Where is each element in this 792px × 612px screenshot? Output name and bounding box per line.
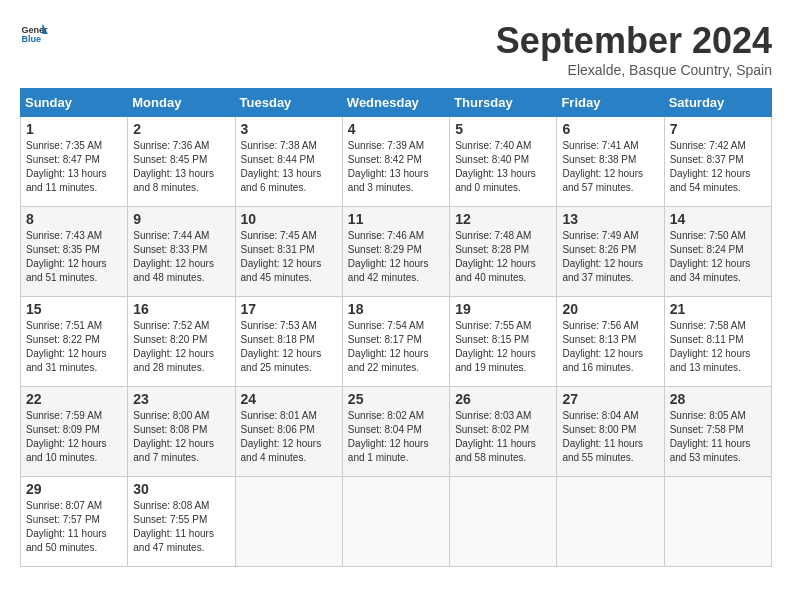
day-number: 23 xyxy=(133,391,229,407)
day-info: Sunrise: 7:52 AM Sunset: 8:20 PM Dayligh… xyxy=(133,319,229,375)
day-number: 22 xyxy=(26,391,122,407)
day-info: Sunrise: 7:58 AM Sunset: 8:11 PM Dayligh… xyxy=(670,319,766,375)
day-number: 11 xyxy=(348,211,444,227)
day-cell: 19 Sunrise: 7:55 AM Sunset: 8:15 PM Dayl… xyxy=(450,297,557,387)
day-info: Sunrise: 7:44 AM Sunset: 8:33 PM Dayligh… xyxy=(133,229,229,285)
day-info: Sunrise: 7:43 AM Sunset: 8:35 PM Dayligh… xyxy=(26,229,122,285)
calendar-table: SundayMondayTuesdayWednesdayThursdayFrid… xyxy=(20,88,772,567)
day-cell: 1 Sunrise: 7:35 AM Sunset: 8:47 PM Dayli… xyxy=(21,117,128,207)
day-header-saturday: Saturday xyxy=(664,89,771,117)
day-number: 13 xyxy=(562,211,658,227)
day-number: 15 xyxy=(26,301,122,317)
day-info: Sunrise: 7:39 AM Sunset: 8:42 PM Dayligh… xyxy=(348,139,444,195)
day-info: Sunrise: 7:41 AM Sunset: 8:38 PM Dayligh… xyxy=(562,139,658,195)
day-info: Sunrise: 7:42 AM Sunset: 8:37 PM Dayligh… xyxy=(670,139,766,195)
day-info: Sunrise: 8:02 AM Sunset: 8:04 PM Dayligh… xyxy=(348,409,444,465)
day-number: 21 xyxy=(670,301,766,317)
day-number: 19 xyxy=(455,301,551,317)
day-number: 6 xyxy=(562,121,658,137)
day-cell: 30 Sunrise: 8:08 AM Sunset: 7:55 PM Dayl… xyxy=(128,477,235,567)
day-header-tuesday: Tuesday xyxy=(235,89,342,117)
day-info: Sunrise: 8:05 AM Sunset: 7:58 PM Dayligh… xyxy=(670,409,766,465)
day-info: Sunrise: 7:40 AM Sunset: 8:40 PM Dayligh… xyxy=(455,139,551,195)
day-number: 5 xyxy=(455,121,551,137)
day-info: Sunrise: 7:48 AM Sunset: 8:28 PM Dayligh… xyxy=(455,229,551,285)
day-cell: 28 Sunrise: 8:05 AM Sunset: 7:58 PM Dayl… xyxy=(664,387,771,477)
day-number: 29 xyxy=(26,481,122,497)
day-info: Sunrise: 7:55 AM Sunset: 8:15 PM Dayligh… xyxy=(455,319,551,375)
day-number: 3 xyxy=(241,121,337,137)
week-row-4: 22 Sunrise: 7:59 AM Sunset: 8:09 PM Dayl… xyxy=(21,387,772,477)
day-cell: 2 Sunrise: 7:36 AM Sunset: 8:45 PM Dayli… xyxy=(128,117,235,207)
day-cell: 3 Sunrise: 7:38 AM Sunset: 8:44 PM Dayli… xyxy=(235,117,342,207)
day-number: 24 xyxy=(241,391,337,407)
day-cell: 21 Sunrise: 7:58 AM Sunset: 8:11 PM Dayl… xyxy=(664,297,771,387)
day-cell: 15 Sunrise: 7:51 AM Sunset: 8:22 PM Dayl… xyxy=(21,297,128,387)
day-info: Sunrise: 7:36 AM Sunset: 8:45 PM Dayligh… xyxy=(133,139,229,195)
day-cell: 27 Sunrise: 8:04 AM Sunset: 8:00 PM Dayl… xyxy=(557,387,664,477)
day-header-thursday: Thursday xyxy=(450,89,557,117)
day-cell: 9 Sunrise: 7:44 AM Sunset: 8:33 PM Dayli… xyxy=(128,207,235,297)
day-info: Sunrise: 7:54 AM Sunset: 8:17 PM Dayligh… xyxy=(348,319,444,375)
week-row-2: 8 Sunrise: 7:43 AM Sunset: 8:35 PM Dayli… xyxy=(21,207,772,297)
logo: General Blue xyxy=(20,20,48,48)
title-block: September 2024 Elexalde, Basque Country,… xyxy=(496,20,772,78)
day-cell: 10 Sunrise: 7:45 AM Sunset: 8:31 PM Dayl… xyxy=(235,207,342,297)
day-cell: 18 Sunrise: 7:54 AM Sunset: 8:17 PM Dayl… xyxy=(342,297,449,387)
day-cell: 7 Sunrise: 7:42 AM Sunset: 8:37 PM Dayli… xyxy=(664,117,771,207)
week-row-5: 29 Sunrise: 8:07 AM Sunset: 7:57 PM Dayl… xyxy=(21,477,772,567)
day-cell: 8 Sunrise: 7:43 AM Sunset: 8:35 PM Dayli… xyxy=(21,207,128,297)
day-cell: 16 Sunrise: 7:52 AM Sunset: 8:20 PM Dayl… xyxy=(128,297,235,387)
week-row-1: 1 Sunrise: 7:35 AM Sunset: 8:47 PM Dayli… xyxy=(21,117,772,207)
day-cell: 4 Sunrise: 7:39 AM Sunset: 8:42 PM Dayli… xyxy=(342,117,449,207)
day-cell xyxy=(557,477,664,567)
day-info: Sunrise: 7:49 AM Sunset: 8:26 PM Dayligh… xyxy=(562,229,658,285)
day-number: 12 xyxy=(455,211,551,227)
day-info: Sunrise: 7:56 AM Sunset: 8:13 PM Dayligh… xyxy=(562,319,658,375)
day-number: 20 xyxy=(562,301,658,317)
day-number: 9 xyxy=(133,211,229,227)
day-info: Sunrise: 7:51 AM Sunset: 8:22 PM Dayligh… xyxy=(26,319,122,375)
day-number: 7 xyxy=(670,121,766,137)
day-info: Sunrise: 7:38 AM Sunset: 8:44 PM Dayligh… xyxy=(241,139,337,195)
week-row-3: 15 Sunrise: 7:51 AM Sunset: 8:22 PM Dayl… xyxy=(21,297,772,387)
day-number: 27 xyxy=(562,391,658,407)
day-cell: 14 Sunrise: 7:50 AM Sunset: 8:24 PM Dayl… xyxy=(664,207,771,297)
day-header-wednesday: Wednesday xyxy=(342,89,449,117)
location: Elexalde, Basque Country, Spain xyxy=(496,62,772,78)
day-info: Sunrise: 7:53 AM Sunset: 8:18 PM Dayligh… xyxy=(241,319,337,375)
day-number: 30 xyxy=(133,481,229,497)
day-cell: 5 Sunrise: 7:40 AM Sunset: 8:40 PM Dayli… xyxy=(450,117,557,207)
day-cell: 26 Sunrise: 8:03 AM Sunset: 8:02 PM Dayl… xyxy=(450,387,557,477)
day-cell xyxy=(235,477,342,567)
day-cell: 29 Sunrise: 8:07 AM Sunset: 7:57 PM Dayl… xyxy=(21,477,128,567)
day-cell xyxy=(342,477,449,567)
day-info: Sunrise: 7:35 AM Sunset: 8:47 PM Dayligh… xyxy=(26,139,122,195)
day-cell: 12 Sunrise: 7:48 AM Sunset: 8:28 PM Dayl… xyxy=(450,207,557,297)
day-info: Sunrise: 7:50 AM Sunset: 8:24 PM Dayligh… xyxy=(670,229,766,285)
day-header-sunday: Sunday xyxy=(21,89,128,117)
day-number: 26 xyxy=(455,391,551,407)
day-info: Sunrise: 8:04 AM Sunset: 8:00 PM Dayligh… xyxy=(562,409,658,465)
day-number: 17 xyxy=(241,301,337,317)
day-number: 16 xyxy=(133,301,229,317)
day-number: 8 xyxy=(26,211,122,227)
day-number: 10 xyxy=(241,211,337,227)
day-info: Sunrise: 8:01 AM Sunset: 8:06 PM Dayligh… xyxy=(241,409,337,465)
day-cell xyxy=(450,477,557,567)
day-header-friday: Friday xyxy=(557,89,664,117)
header-row: SundayMondayTuesdayWednesdayThursdayFrid… xyxy=(21,89,772,117)
day-number: 25 xyxy=(348,391,444,407)
day-cell: 25 Sunrise: 8:02 AM Sunset: 8:04 PM Dayl… xyxy=(342,387,449,477)
day-number: 18 xyxy=(348,301,444,317)
day-info: Sunrise: 7:45 AM Sunset: 8:31 PM Dayligh… xyxy=(241,229,337,285)
page-header: General Blue September 2024 Elexalde, Ba… xyxy=(20,20,772,78)
day-cell: 11 Sunrise: 7:46 AM Sunset: 8:29 PM Dayl… xyxy=(342,207,449,297)
day-cell xyxy=(664,477,771,567)
day-info: Sunrise: 8:08 AM Sunset: 7:55 PM Dayligh… xyxy=(133,499,229,555)
day-cell: 17 Sunrise: 7:53 AM Sunset: 8:18 PM Dayl… xyxy=(235,297,342,387)
month-title: September 2024 xyxy=(496,20,772,62)
day-cell: 24 Sunrise: 8:01 AM Sunset: 8:06 PM Dayl… xyxy=(235,387,342,477)
day-number: 28 xyxy=(670,391,766,407)
day-number: 14 xyxy=(670,211,766,227)
